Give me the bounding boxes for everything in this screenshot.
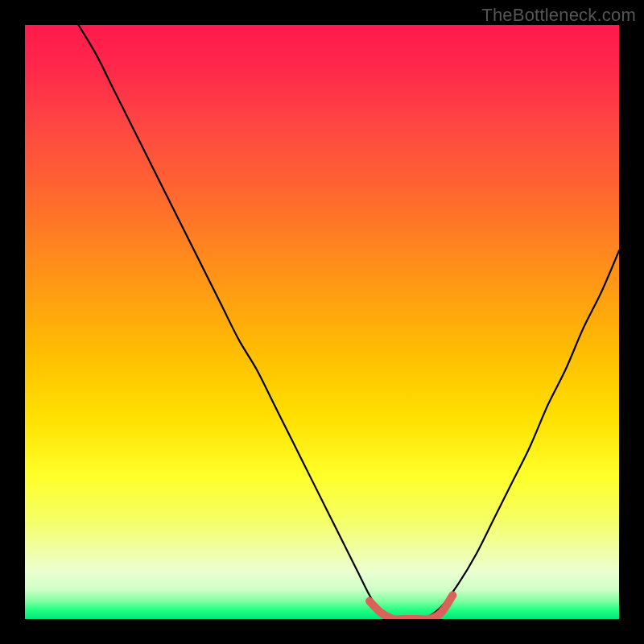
bottleneck-curve bbox=[78, 25, 619, 619]
chart-canvas: TheBottleneck.com bbox=[0, 0, 644, 644]
curve-layer bbox=[25, 25, 619, 619]
plot-area bbox=[25, 25, 619, 619]
watermark-text: TheBottleneck.com bbox=[481, 5, 636, 26]
